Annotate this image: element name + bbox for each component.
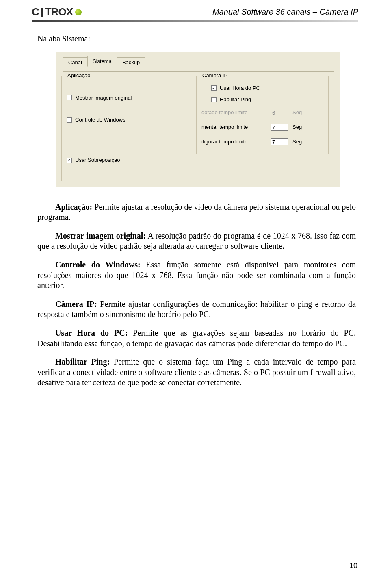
row-controle-windows: Controle do Windows	[67, 117, 186, 124]
app-screenshot: Canal Sistema Backup Aplicação Mostrar i…	[56, 52, 340, 187]
groupbox-aplicacao: Aplicação Mostrar imagem original Contro…	[61, 76, 191, 181]
label-habilitar-ping: Habilitar Ping	[220, 96, 251, 103]
input-timeout-2[interactable]: 7	[271, 124, 288, 131]
unit-timeout-1: Seg	[292, 109, 305, 116]
checkbox-usar-sobreposicao[interactable]: ✓	[67, 158, 72, 163]
label-timeout-3: ifigurar tempo limite	[202, 139, 266, 145]
tab-sistema[interactable]: Sistema	[87, 56, 117, 67]
unit-timeout-2: Seg	[292, 124, 305, 131]
tabs-divider	[63, 71, 334, 72]
row-timeout-2: mentar tempo limite 7 Seg	[202, 124, 323, 131]
logo-text-right: TROX	[45, 6, 73, 18]
row-habilitar-ping: Habilitar Ping	[202, 96, 323, 103]
label-mostrar-imagem: Mostrar imagem original	[75, 95, 132, 102]
input-timeout-1[interactable]: 6	[271, 109, 288, 116]
para-mostrar-imagem: Mostrar imagem original: A resolução pad…	[37, 231, 356, 252]
para-usar-hora: Usar Hora do PC: Permite que as gravaçõe…	[37, 328, 356, 349]
tab-backup[interactable]: Backup	[117, 57, 145, 68]
label-timeout-2: mentar tempo limite	[202, 124, 266, 131]
label-timeout-1: gotado tempo limite	[202, 109, 266, 116]
logo: C TROX	[32, 6, 82, 18]
tab-canal[interactable]: Canal	[63, 57, 87, 68]
groupbox-camera-legend: Câmera IP	[201, 72, 229, 79]
checkbox-mostrar-imagem[interactable]	[67, 95, 72, 100]
page-header: C TROX Manual Software 36 canais – Câmer…	[0, 0, 390, 18]
page-content: Na aba Sistema: Canal Sistema Backup Apl…	[0, 22, 390, 388]
groupbox-aplicacao-legend: Aplicação	[66, 72, 92, 79]
para-usar-hora-bold: Usar Hora do PC:	[55, 328, 128, 337]
para-camera-ip: Câmera IP: Permite ajustar configurações…	[37, 299, 356, 320]
para-mostrar-bold: Mostrar imagem original:	[55, 231, 146, 240]
groupbox-camera-ip: Câmera IP ✓ Usar Hora do PC Habilitar Pi…	[196, 76, 329, 154]
section-heading: Na aba Sistema:	[37, 34, 356, 44]
row-mostrar-imagem: Mostrar imagem original	[67, 95, 186, 102]
label-usar-hora-pc: Usar Hora do PC	[220, 85, 260, 92]
row-timeout-1: gotado tempo limite 6 Seg	[202, 109, 323, 116]
document-title: Manual Software 36 canais – Câmera IP	[212, 7, 358, 17]
para-controle-windows: Controle do Windows: Essa função somente…	[37, 260, 356, 291]
logo-text-left: C	[32, 6, 39, 18]
checkbox-usar-hora-pc[interactable]: ✓	[211, 85, 217, 91]
checkbox-habilitar-ping[interactable]	[211, 97, 217, 102]
unit-timeout-3: Seg	[292, 139, 305, 145]
checkbox-controle-windows[interactable]	[67, 117, 72, 123]
para-ping-bold: Habilitar Ping:	[55, 357, 110, 366]
para-controle-bold: Controle do Windows:	[55, 260, 141, 269]
page-number: 10	[349, 562, 358, 570]
input-timeout-3[interactable]: 7	[271, 138, 288, 145]
para-aplicacao: Aplicação: Permite ajustar a resolução d…	[37, 202, 356, 223]
para-habilitar-ping: Habilitar Ping: Permite que o sistema fa…	[37, 357, 356, 388]
row-timeout-3: ifigurar tempo limite 7 Seg	[202, 138, 323, 145]
tabs-row: Canal Sistema Backup	[63, 57, 337, 67]
logo-dot-icon	[75, 9, 82, 15]
para-aplicacao-bold: Aplicação:	[55, 202, 92, 211]
row-usar-hora-pc: ✓ Usar Hora do PC	[202, 85, 323, 92]
para-camera-bold: Câmera IP:	[55, 299, 97, 308]
label-controle-windows: Controle do Windows	[75, 117, 126, 124]
label-usar-sobreposicao: Usar Sobreposição	[75, 157, 120, 164]
row-usar-sobreposicao: ✓ Usar Sobreposição	[67, 157, 186, 164]
logo-letter-i-icon	[41, 8, 43, 17]
